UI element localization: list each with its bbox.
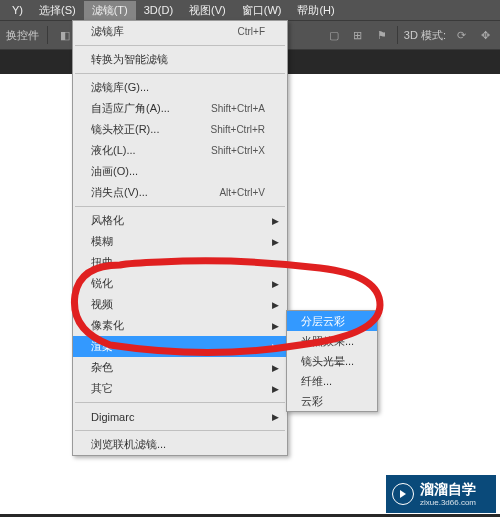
menu-adaptive-wide-angle[interactable]: 自适应广角(A)... Shift+Ctrl+A xyxy=(73,98,287,119)
menu-convert-smart[interactable]: 转换为智能滤镜 xyxy=(73,49,287,70)
menu-label: 镜头校正(R)... xyxy=(91,122,211,137)
chevron-right-icon: ▶ xyxy=(272,279,279,289)
menu-pixelate[interactable]: 像素化 ▶ xyxy=(73,315,287,336)
submenu-lighting-effects[interactable]: 光照效果... xyxy=(287,331,377,351)
menu-filter-gallery[interactable]: 滤镜库(G)... xyxy=(73,77,287,98)
watermark: 溜溜自学 zixue.3d66.com xyxy=(386,475,496,513)
menu-noise[interactable]: 杂色 ▶ xyxy=(73,357,287,378)
chevron-right-icon: ▶ xyxy=(272,258,279,268)
menu-label: 光照效果... xyxy=(301,334,367,349)
menu-label: 视频 xyxy=(91,297,265,312)
cube-icon[interactable]: ▢ xyxy=(325,26,343,44)
menu-oil-paint[interactable]: 油画(O)... xyxy=(73,161,287,182)
menu-label: Digimarc xyxy=(91,411,265,423)
render-submenu: 分层云彩 光照效果... 镜头光晕... 纤维... 云彩 xyxy=(286,310,378,412)
menu-label: 模糊 xyxy=(91,234,265,249)
menu-label: 其它 xyxy=(91,381,265,396)
menu-label: 杂色 xyxy=(91,360,265,375)
menu-shortcut: Shift+Ctrl+A xyxy=(211,103,265,114)
menu-sharpen[interactable]: 锐化 ▶ xyxy=(73,273,287,294)
watermark-url: zixue.3d66.com xyxy=(420,498,476,508)
menu-vanishing-point[interactable]: 消失点(V)... Alt+Ctrl+V xyxy=(73,182,287,203)
menu-liquify[interactable]: 液化(L)... Shift+Ctrl+X xyxy=(73,140,287,161)
menu-label: 风格化 xyxy=(91,213,265,228)
menu-separator xyxy=(75,206,285,207)
watermark-title: 溜溜自学 xyxy=(420,481,476,498)
orbit-icon[interactable]: ⟳ xyxy=(452,26,470,44)
menu-item-view[interactable]: 视图(V) xyxy=(181,1,234,20)
play-icon xyxy=(392,483,414,505)
grid-icon[interactable]: ⊞ xyxy=(349,26,367,44)
submenu-difference-clouds[interactable]: 分层云彩 xyxy=(287,311,377,331)
menu-label: 扭曲 xyxy=(91,255,265,270)
menu-label: 自适应广角(A)... xyxy=(91,101,211,116)
menu-label: 镜头光晕... xyxy=(301,354,367,369)
chevron-right-icon: ▶ xyxy=(272,237,279,247)
toolbar-left-label: 换控件 xyxy=(6,28,39,43)
mode-label: 3D 模式: xyxy=(404,28,446,43)
menu-item-3d[interactable]: 3D(D) xyxy=(136,2,181,18)
toolbar-separator xyxy=(397,26,398,44)
chevron-right-icon: ▶ xyxy=(272,216,279,226)
submenu-fibers[interactable]: 纤维... xyxy=(287,371,377,391)
menu-label: 渲染 xyxy=(91,339,265,354)
menu-lens-correction[interactable]: 镜头校正(R)... Shift+Ctrl+R xyxy=(73,119,287,140)
menu-label: 液化(L)... xyxy=(91,143,211,158)
chevron-right-icon: ▶ xyxy=(272,363,279,373)
menu-separator xyxy=(75,402,285,403)
menu-label: 锐化 xyxy=(91,276,265,291)
menu-separator xyxy=(75,430,285,431)
menu-shortcut: Alt+Ctrl+V xyxy=(219,187,265,198)
menubar: Y) 选择(S) 滤镜(T) 3D(D) 视图(V) 窗口(W) 帮助(H) xyxy=(0,0,500,20)
menu-render[interactable]: 渲染 ▶ xyxy=(73,336,287,357)
menu-item-y[interactable]: Y) xyxy=(4,2,31,18)
chevron-right-icon: ▶ xyxy=(272,300,279,310)
menu-label: 像素化 xyxy=(91,318,265,333)
menu-shortcut: Shift+Ctrl+R xyxy=(211,124,265,135)
menu-label: 消失点(V)... xyxy=(91,185,219,200)
chevron-right-icon: ▶ xyxy=(272,384,279,394)
menu-item-filter[interactable]: 滤镜(T) xyxy=(84,1,136,20)
menu-label: 纤维... xyxy=(301,374,367,389)
filter-menu: 滤镜库 Ctrl+F 转换为智能滤镜 滤镜库(G)... 自适应广角(A)...… xyxy=(72,20,288,456)
menu-label: 云彩 xyxy=(301,394,367,409)
chevron-right-icon: ▶ xyxy=(272,412,279,422)
menu-item-window[interactable]: 窗口(W) xyxy=(234,1,290,20)
menu-label: 油画(O)... xyxy=(91,164,265,179)
menu-separator xyxy=(75,45,285,46)
menu-label: 分层云彩 xyxy=(301,314,367,329)
menu-item-select[interactable]: 选择(S) xyxy=(31,1,84,20)
menu-digimarc[interactable]: Digimarc ▶ xyxy=(73,406,287,427)
flag-icon[interactable]: ⚑ xyxy=(373,26,391,44)
menu-browse-online[interactable]: 浏览联机滤镜... xyxy=(73,434,287,455)
menu-filter-gallery-last[interactable]: 滤镜库 Ctrl+F xyxy=(73,21,287,42)
menu-blur[interactable]: 模糊 ▶ xyxy=(73,231,287,252)
menu-label: 转换为智能滤镜 xyxy=(91,52,265,67)
menu-separator xyxy=(75,73,285,74)
toolbar-separator xyxy=(47,26,48,44)
menu-shortcut: Shift+Ctrl+X xyxy=(211,145,265,156)
menu-other[interactable]: 其它 ▶ xyxy=(73,378,287,399)
menu-video[interactable]: 视频 ▶ xyxy=(73,294,287,315)
menu-label: 浏览联机滤镜... xyxy=(91,437,265,452)
submenu-clouds[interactable]: 云彩 xyxy=(287,391,377,411)
menu-label: 滤镜库 xyxy=(91,24,238,39)
menu-label: 滤镜库(G)... xyxy=(91,80,265,95)
chevron-right-icon: ▶ xyxy=(272,342,279,352)
submenu-lens-flare[interactable]: 镜头光晕... xyxy=(287,351,377,371)
menu-stylize[interactable]: 风格化 ▶ xyxy=(73,210,287,231)
menu-item-help[interactable]: 帮助(H) xyxy=(289,1,342,20)
pan-icon[interactable]: ✥ xyxy=(476,26,494,44)
chevron-right-icon: ▶ xyxy=(272,321,279,331)
menu-shortcut: Ctrl+F xyxy=(238,26,266,37)
menu-distort[interactable]: 扭曲 ▶ xyxy=(73,252,287,273)
